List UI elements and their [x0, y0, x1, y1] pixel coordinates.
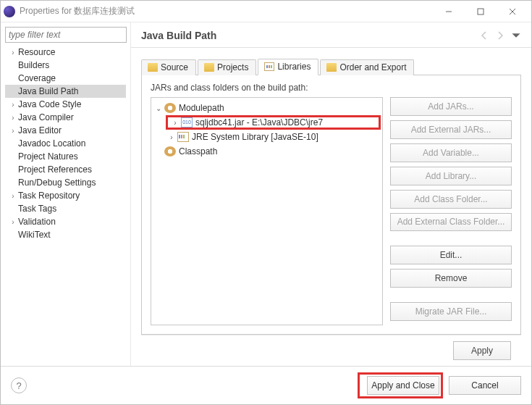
chevron-right-icon: › [8, 114, 18, 122]
sidebar-item[interactable]: Builders [5, 59, 126, 72]
sidebar-item[interactable]: Java Build Path [5, 85, 126, 98]
mod-icon [164, 103, 176, 113]
buildpath-action-button: Add Variable... [390, 143, 512, 162]
tree-twisty-icon: › [169, 119, 181, 127]
tab-label: Libraries [277, 62, 311, 72]
sidebar-item[interactable]: ›Task Repository [5, 189, 126, 202]
apply-row: Apply [141, 335, 521, 366]
tab[interactable]: Projects [198, 59, 256, 75]
sidebar-item-label: Java Build Path [18, 86, 78, 96]
chevron-right-icon: › [8, 49, 18, 57]
sidebar-item-label: Java Compiler [18, 112, 74, 122]
tab-body-libraries: JARs and class folders on the build path… [141, 75, 521, 335]
chevron-right-icon: › [8, 101, 18, 109]
titlebar: Properties for 数据库连接测试 [1, 1, 531, 22]
nav-menu-icon[interactable] [511, 30, 521, 41]
order-icon [326, 63, 337, 72]
buildpath-tree-label: sqljdbc41.jar - E:\Java\JDBC\jre7 [195, 117, 323, 128]
tab[interactable]: Libraries [258, 59, 318, 75]
sidebar: ›ResourceBuildersCoverageJava Build Path… [1, 22, 131, 366]
buildpath-action-button[interactable]: Remove [390, 269, 512, 288]
buildpath-button-column: Add JARs...Add External JARs...Add Varia… [390, 97, 512, 325]
sidebar-item[interactable]: ›Java Compiler [5, 111, 126, 124]
sidebar-item[interactable]: Coverage [5, 72, 126, 85]
sidebar-item-label: Java Code Style [18, 99, 81, 109]
sidebar-item-label: Task Tags [18, 204, 56, 214]
main-panel: SourceProjectsLibrariesOrder and Export … [131, 48, 531, 366]
apply-button[interactable]: Apply [453, 341, 511, 360]
window-title: Properties for 数据库连接测试 [20, 5, 433, 17]
properties-dialog: Properties for 数据库连接测试 ›ResourceBuilders… [0, 0, 532, 405]
buildpath-action-button: Add Library... [390, 167, 512, 185]
buildpath-tree-row[interactable]: ›JRE System Library [JavaSE-10] [153, 130, 381, 144]
sidebar-item-label: Builders [18, 60, 49, 70]
sidebar-item[interactable]: ›Java Editor [5, 124, 126, 137]
libraries-description: JARs and class folders on the build path… [151, 83, 512, 93]
sidebar-item-label: Javadoc Location [18, 138, 85, 149]
help-button[interactable]: ? [11, 377, 27, 393]
content-area: Java Build Path SourceProjectsLibrariesO… [131, 22, 531, 366]
libraries-split: ⌄Modulepath›010sqljdbc41.jar - E:\Java\J… [151, 97, 512, 325]
chevron-right-icon: › [8, 192, 18, 200]
sidebar-item[interactable]: Javadoc Location [5, 137, 126, 150]
lib-icon [264, 62, 274, 71]
tree-twisty-icon: › [166, 133, 177, 141]
sidebar-item[interactable]: WikiText [5, 228, 126, 241]
sidebar-item[interactable]: ›Resource [5, 46, 126, 59]
nav-forward-icon[interactable] [495, 30, 505, 41]
filter-input[interactable] [5, 27, 127, 43]
tab[interactable]: Order and Export [320, 59, 414, 75]
nav-back-icon[interactable] [479, 30, 489, 41]
buildpath-tree[interactable]: ⌄Modulepath›010sqljdbc41.jar - E:\Java\J… [151, 97, 383, 325]
buildpath-action-button: Add JARs... [390, 97, 512, 116]
sidebar-item-label: Coverage [18, 73, 56, 83]
maximize-button[interactable] [465, 1, 497, 22]
buildpath-action-button: Migrate JAR File... [390, 302, 512, 321]
buildpath-tree-label: Classpath [179, 146, 217, 156]
sidebar-item-label: WikiText [18, 230, 51, 240]
apply-and-close-button[interactable]: Apply and Close [367, 376, 439, 395]
sidebar-item-label: Task Repository [18, 191, 80, 201]
chevron-right-icon: › [8, 218, 18, 226]
sidebar-item[interactable]: Task Tags [5, 202, 126, 215]
highlighted-jar-row[interactable]: ›010sqljdbc41.jar - E:\Java\JDBC\jre7 [166, 115, 381, 130]
sidebar-item[interactable]: Run/Debug Settings [5, 176, 126, 189]
sidebar-item-label: Validation [18, 217, 56, 227]
sidebar-item[interactable]: ›Validation [5, 215, 126, 228]
sidebar-item[interactable]: ›Java Code Style [5, 98, 126, 111]
dialog-body: ›ResourceBuildersCoverageJava Build Path… [1, 22, 531, 366]
buildpath-tree-row[interactable]: ⌄Modulepath [153, 101, 381, 115]
tab-label: Order and Export [339, 62, 406, 72]
tree-twisty-icon: ⌄ [153, 104, 164, 112]
sidebar-item-label: Project Natures [18, 151, 78, 162]
buildpath-action-button: Add Class Folder... [390, 190, 512, 209]
sidebar-item-label: Java Editor [18, 125, 62, 135]
close-button[interactable] [497, 1, 528, 22]
sidebar-item-label: Project References [18, 164, 92, 175]
tab-bar: SourceProjectsLibrariesOrder and Export [141, 58, 521, 75]
cls-icon [164, 146, 176, 156]
highlight-apply-close: Apply and Close [358, 372, 443, 398]
svg-rect-0 [478, 9, 484, 14]
sidebar-item[interactable]: Project Natures [5, 150, 126, 163]
sidebar-item[interactable]: Project References [5, 163, 126, 176]
page-title: Java Build Path [141, 30, 473, 41]
tab-label: Source [161, 62, 188, 72]
tab-label: Projects [217, 62, 248, 72]
buildpath-action-button: Add External JARs... [390, 120, 512, 139]
eclipse-icon [4, 6, 15, 17]
cancel-button[interactable]: Cancel [449, 376, 521, 395]
buildpath-action-button[interactable]: Edit... [390, 246, 512, 264]
sidebar-tree: ›ResourceBuildersCoverageJava Build Path… [5, 46, 126, 362]
proj-icon [204, 63, 214, 72]
minimize-button[interactable] [433, 1, 465, 22]
buildpath-tree-label: Modulepath [179, 103, 224, 113]
buildpath-action-button: Add External Class Folder... [390, 213, 512, 232]
sidebar-item-label: Run/Debug Settings [18, 178, 96, 188]
jre-icon [177, 132, 189, 142]
sidebar-item-label: Resource [18, 47, 55, 57]
chevron-right-icon: › [8, 127, 18, 135]
buildpath-tree-row[interactable]: Classpath [153, 144, 381, 159]
tab[interactable]: Source [141, 59, 196, 75]
buildpath-tree-label: JRE System Library [JavaSE-10] [192, 132, 318, 142]
